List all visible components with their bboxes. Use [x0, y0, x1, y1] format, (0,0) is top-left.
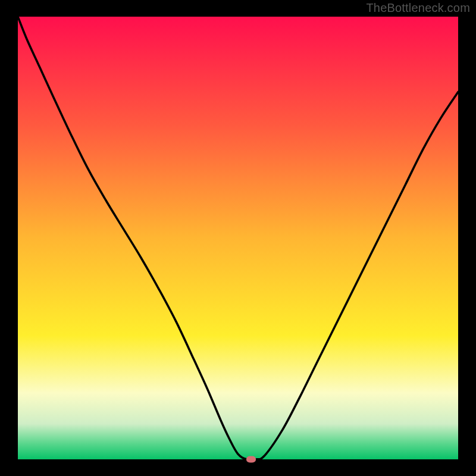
watermark-text: TheBottleneck.com — [366, 1, 470, 15]
plot-svg — [18, 17, 458, 459]
gradient-background — [18, 17, 458, 459]
plot-area — [18, 17, 458, 459]
bottleneck-chart: TheBottleneck.com — [0, 0, 476, 476]
optimal-point-marker — [246, 456, 256, 463]
